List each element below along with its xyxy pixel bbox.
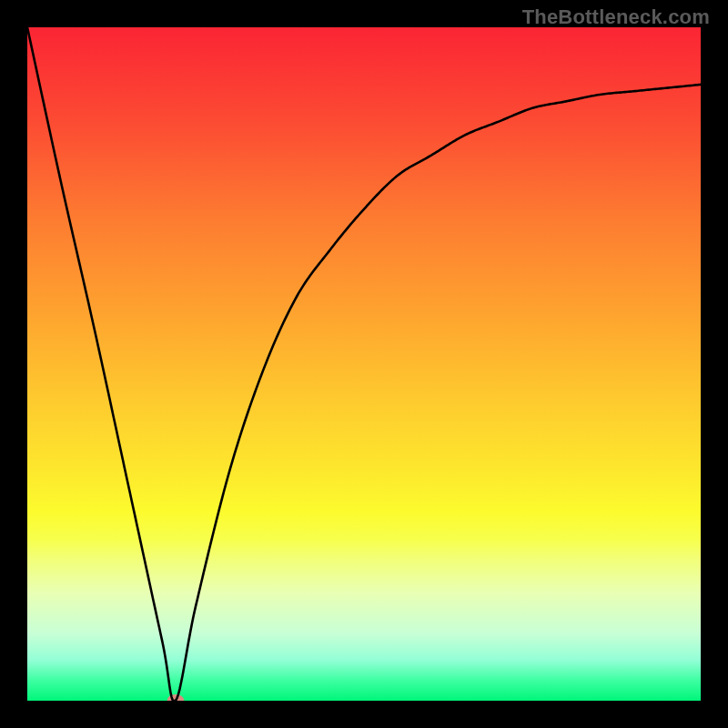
plot-area — [27, 27, 701, 701]
watermark-text: TheBottleneck.com — [522, 5, 710, 29]
bottleneck-curve — [27, 27, 701, 701]
curve-svg — [27, 27, 701, 701]
chart-frame: TheBottleneck.com — [0, 0, 728, 728]
